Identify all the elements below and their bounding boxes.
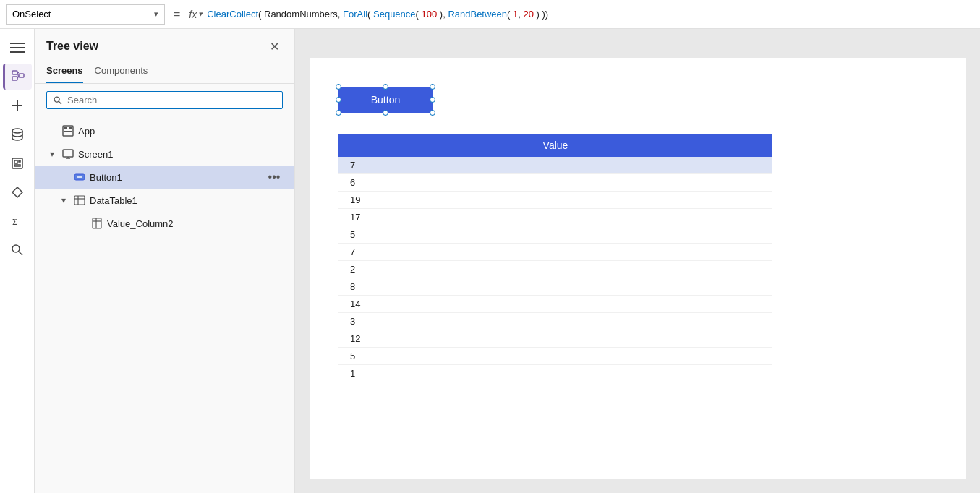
tree-item-app[interactable]: App xyxy=(35,119,294,142)
table-row: 14 xyxy=(338,296,772,313)
handle-tl[interactable] xyxy=(336,84,341,90)
handle-ml[interactable] xyxy=(336,97,341,103)
tree-item-screen1[interactable]: ▾ Screen1 xyxy=(35,142,294,166)
table-row: 7 xyxy=(338,244,772,261)
svg-point-11 xyxy=(12,129,22,133)
tree-item-datatable1[interactable]: ▾ DataTable1 xyxy=(35,189,294,212)
svg-rect-23 xyxy=(69,127,72,129)
svg-line-20 xyxy=(59,101,61,104)
button1-chevron xyxy=(58,171,69,183)
screen-icon xyxy=(61,147,75,161)
button-icon xyxy=(72,170,87,184)
table-row: 5 xyxy=(338,348,772,365)
close-panel-button[interactable]: ✕ xyxy=(265,38,283,55)
search-icon-bar[interactable] xyxy=(3,237,32,263)
table-icon xyxy=(72,193,87,207)
button1-label: Button1 xyxy=(90,172,263,183)
svg-rect-14 xyxy=(19,160,20,162)
fx-chevron: ▾ xyxy=(198,9,203,19)
screen1-label: Screen1 xyxy=(78,149,283,160)
screen1-chevron: ▾ xyxy=(46,148,58,160)
svg-rect-33 xyxy=(93,218,101,228)
handle-bl[interactable] xyxy=(336,110,341,116)
table-row: 2 xyxy=(338,261,772,278)
svg-rect-5 xyxy=(19,74,24,77)
svg-text:Σ: Σ xyxy=(12,216,18,227)
button1-more-button[interactable]: ••• xyxy=(265,168,283,186)
table-row: 19 xyxy=(338,192,772,209)
data-icon[interactable] xyxy=(3,121,32,147)
canvas-area: Button Value 7 6 19 xyxy=(295,29,980,493)
panel-header: Tree view ✕ xyxy=(35,29,294,61)
formula-text: ClearCollect( RandomNumbers, ForAll( Seq… xyxy=(207,9,548,20)
tree-view-icon[interactable] xyxy=(3,64,32,90)
table-row: 3 xyxy=(338,313,772,330)
fx-label: fx xyxy=(189,9,197,20)
handle-mr[interactable] xyxy=(430,97,435,103)
handle-tc[interactable] xyxy=(383,84,388,90)
search-icon xyxy=(53,95,63,106)
hamburger-menu[interactable] xyxy=(3,35,32,61)
svg-rect-4 xyxy=(12,77,17,80)
tree-content: App ▾ Screen1 xyxy=(35,116,294,493)
datatable[interactable]: Value 7 6 19 17 5 7 2 8 14 3 12 5 1 xyxy=(338,134,772,382)
svg-rect-3 xyxy=(12,71,17,74)
datatable-widget: Value 7 6 19 17 5 7 2 8 14 3 12 5 1 xyxy=(338,134,772,382)
main-layout: Σ Tree view ✕ Screens Components xyxy=(0,29,980,493)
top-bar: OnSelect ▾ = fx ▾ ClearCollect( RandomNu… xyxy=(0,0,980,29)
search-box xyxy=(46,91,283,109)
icon-bar: Σ xyxy=(0,29,35,493)
svg-point-19 xyxy=(54,97,59,102)
tab-screens[interactable]: Screens xyxy=(46,61,83,83)
svg-rect-30 xyxy=(74,196,85,205)
property-label: OnSelect xyxy=(12,9,51,20)
svg-rect-2 xyxy=(10,51,25,53)
equals-sign: = xyxy=(171,8,183,21)
svg-rect-24 xyxy=(64,131,72,132)
tree-item-button1[interactable]: Button1 ••• xyxy=(35,166,294,189)
canvas-button[interactable]: Button xyxy=(338,87,433,113)
datatable1-chevron: ▾ xyxy=(58,194,69,206)
add-icon[interactable] xyxy=(3,93,32,119)
button-widget-container: Button xyxy=(338,87,433,130)
svg-rect-25 xyxy=(63,150,73,157)
search-input[interactable] xyxy=(67,95,276,106)
svg-rect-22 xyxy=(64,127,67,129)
table-row: 8 xyxy=(338,278,772,296)
svg-rect-1 xyxy=(10,47,25,48)
column-icon xyxy=(90,216,104,231)
panel-title: Tree view xyxy=(46,40,98,53)
svg-rect-15 xyxy=(14,165,20,166)
handle-tr[interactable] xyxy=(430,84,435,90)
svg-point-17 xyxy=(12,245,20,252)
table-row: 6 xyxy=(338,174,772,192)
panel-tabs: Screens Components xyxy=(35,61,294,84)
fx-area: fx ▾ ClearCollect( RandomNumbers, ForAll… xyxy=(189,9,974,20)
table-row: 17 xyxy=(338,209,772,226)
fx-icon[interactable]: fx ▾ xyxy=(189,9,203,20)
value-column2-chevron xyxy=(75,218,87,229)
table-row: 5 xyxy=(338,226,772,244)
svg-rect-13 xyxy=(14,160,17,163)
handle-bc[interactable] xyxy=(383,110,388,116)
components-icon[interactable] xyxy=(3,179,32,205)
property-chevron: ▾ xyxy=(154,9,158,19)
table-row: 12 xyxy=(338,330,772,348)
button-widget[interactable]: Button xyxy=(338,87,433,113)
svg-line-8 xyxy=(17,76,19,79)
svg-line-18 xyxy=(19,252,22,255)
datatable1-label: DataTable1 xyxy=(90,195,283,206)
property-select[interactable]: OnSelect ▾ xyxy=(6,4,165,25)
app-icon xyxy=(61,124,75,138)
app-chevron xyxy=(46,125,58,137)
svg-rect-0 xyxy=(10,43,25,44)
handle-br[interactable] xyxy=(430,110,435,116)
tree-item-value-column2[interactable]: Value_Column2 xyxy=(35,212,294,235)
media-icon[interactable] xyxy=(3,150,32,176)
tree-view-panel: Tree view ✕ Screens Components xyxy=(35,29,295,493)
variables-icon[interactable]: Σ xyxy=(3,208,32,234)
value-column2-label: Value_Column2 xyxy=(107,218,283,229)
app-label: App xyxy=(78,126,283,137)
table-row: 1 xyxy=(338,365,772,382)
tab-components[interactable]: Components xyxy=(95,61,148,83)
